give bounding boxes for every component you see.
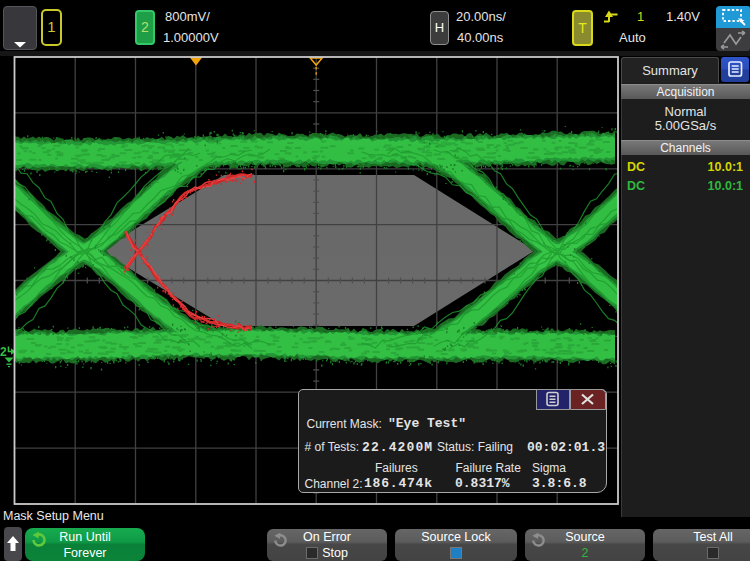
- svg-text:2: 2: [0, 345, 7, 359]
